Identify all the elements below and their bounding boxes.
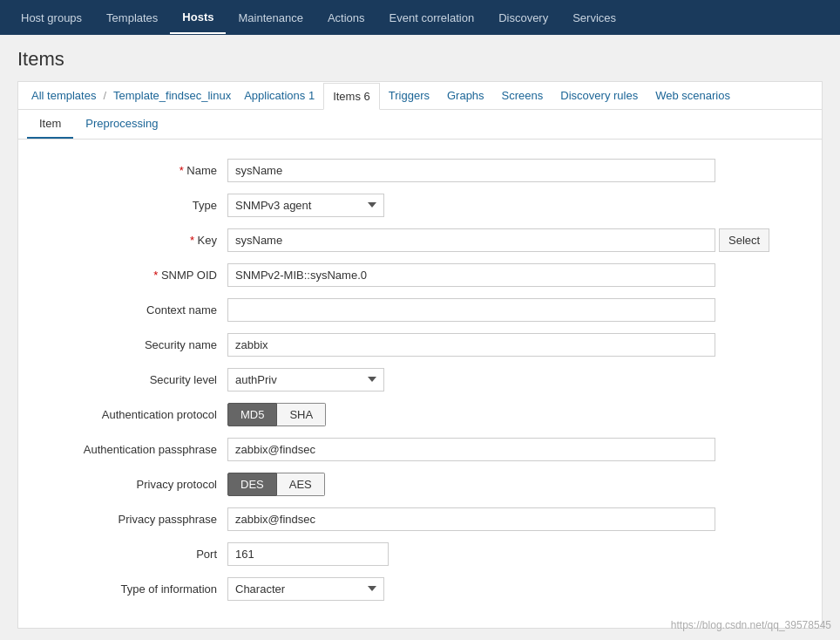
breadcrumb-tabs: All templates / Template_findsec_linux A… bbox=[17, 81, 823, 109]
label-security-name: Security name bbox=[27, 338, 227, 351]
key-row: Select bbox=[227, 228, 769, 252]
nav-actions[interactable]: Actions bbox=[315, 3, 377, 33]
form-row-port: Port bbox=[27, 541, 813, 567]
auth-protocol-group: MD5 SHA bbox=[227, 403, 326, 426]
tab-screens[interactable]: Screens bbox=[493, 82, 552, 109]
nav-discovery[interactable]: Discovery bbox=[486, 3, 560, 33]
form-row-context-name: Context name bbox=[27, 296, 813, 323]
btn-aes[interactable]: AES bbox=[277, 473, 325, 496]
form-row-type: Type SNMPv3 agent bbox=[27, 192, 813, 218]
input-context-name[interactable] bbox=[227, 298, 715, 322]
form-row-security-name: Security name bbox=[27, 331, 813, 357]
form-row-privacy-protocol: Privacy protocol DES AES bbox=[27, 471, 813, 497]
label-key: * Key bbox=[27, 234, 227, 247]
label-snmp-oid: * SNMP OID bbox=[27, 269, 227, 282]
label-auth-protocol: Authentication protocol bbox=[27, 408, 227, 421]
select-type-of-info[interactable]: Character bbox=[227, 577, 384, 601]
form-row-auth-passphrase: Authentication passphrase bbox=[27, 436, 813, 462]
select-key-button[interactable]: Select bbox=[719, 228, 769, 252]
form-row-type-of-info: Type of information Character bbox=[27, 575, 813, 602]
tab-applications[interactable]: Applications 1 bbox=[235, 82, 323, 109]
form-row-auth-protocol: Authentication protocol MD5 SHA bbox=[27, 401, 813, 427]
required-marker: * bbox=[180, 164, 187, 177]
nav-host-groups[interactable]: Host groups bbox=[9, 3, 94, 33]
label-privacy-passphrase: Privacy passphrase bbox=[27, 513, 227, 526]
page-title: Items bbox=[17, 48, 823, 71]
breadcrumb-separator: / bbox=[100, 89, 109, 102]
label-context-name: Context name bbox=[27, 303, 227, 317]
label-type-of-info: Type of information bbox=[27, 582, 227, 596]
breadcrumb-template-name[interactable]: Template_findsec_linux bbox=[109, 82, 235, 109]
tab-items[interactable]: Items 6 bbox=[323, 83, 380, 110]
input-name[interactable] bbox=[227, 159, 715, 182]
top-navigation: Host groups Templates Hosts Maintenance … bbox=[0, 0, 840, 35]
required-marker-snmp: * bbox=[153, 269, 161, 282]
form-row-security-level: Security level authPriv bbox=[27, 366, 813, 392]
tab-web-scenarios[interactable]: Web scenarios bbox=[647, 82, 739, 109]
btn-sha[interactable]: SHA bbox=[277, 403, 326, 426]
watermark: https://blog.csdn.net/qq_39578545 bbox=[671, 619, 831, 631]
tab-discovery-rules[interactable]: Discovery rules bbox=[552, 82, 647, 109]
label-name: * Name bbox=[27, 164, 227, 177]
input-privacy-passphrase[interactable] bbox=[227, 507, 715, 531]
form-row-key: * Key Select bbox=[27, 227, 813, 253]
form-row-name: * Name bbox=[27, 157, 813, 183]
form-row-snmp-oid: * SNMP OID bbox=[27, 262, 813, 288]
nav-maintenance[interactable]: Maintenance bbox=[226, 3, 315, 33]
input-port[interactable] bbox=[227, 542, 389, 566]
form-row-privacy-passphrase: Privacy passphrase bbox=[27, 506, 813, 532]
breadcrumb-all-templates[interactable]: All templates bbox=[27, 82, 100, 109]
label-privacy-protocol: Privacy protocol bbox=[27, 478, 227, 491]
btn-des[interactable]: DES bbox=[227, 473, 277, 496]
input-snmp-oid[interactable] bbox=[227, 263, 715, 287]
label-port: Port bbox=[27, 548, 227, 561]
input-auth-passphrase[interactable] bbox=[227, 438, 715, 461]
privacy-protocol-group: DES AES bbox=[227, 473, 325, 496]
tab-graphs[interactable]: Graphs bbox=[438, 82, 493, 109]
nav-hosts[interactable]: Hosts bbox=[170, 2, 226, 34]
select-security-level[interactable]: authPriv bbox=[227, 368, 384, 391]
tab-item[interactable]: Item bbox=[27, 110, 73, 139]
required-marker-key: * bbox=[190, 234, 198, 247]
input-security-name[interactable] bbox=[227, 333, 715, 357]
label-type: Type bbox=[27, 199, 227, 212]
input-key[interactable] bbox=[227, 228, 715, 252]
tab-triggers[interactable]: Triggers bbox=[380, 82, 438, 109]
tab-preprocessing[interactable]: Preprocessing bbox=[73, 110, 170, 139]
inner-tabs: Item Preprocessing bbox=[17, 109, 823, 140]
btn-md5[interactable]: MD5 bbox=[227, 403, 277, 426]
label-auth-passphrase: Authentication passphrase bbox=[27, 443, 227, 456]
label-security-level: Security level bbox=[27, 373, 227, 386]
select-type[interactable]: SNMPv3 agent bbox=[227, 194, 384, 217]
nav-event-correlation[interactable]: Event correlation bbox=[377, 3, 487, 33]
nav-services[interactable]: Services bbox=[560, 3, 628, 33]
nav-templates[interactable]: Templates bbox=[94, 3, 170, 33]
form-area: * Name Type SNMPv3 agent * Key Select * … bbox=[17, 140, 823, 629]
page-content: Items All templates / Template_findsec_l… bbox=[0, 35, 840, 640]
